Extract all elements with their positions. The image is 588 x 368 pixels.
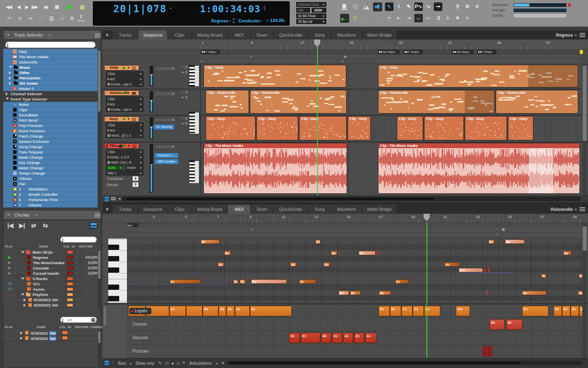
track-name-bar[interactable]: Viola♪▶● <box>104 65 139 70</box>
rect-select-tool[interactable]: ▭ <box>424 14 433 22</box>
clip[interactable]: Clip - Harp <box>348 116 371 140</box>
zoom-in-icon[interactable] <box>185 71 188 73</box>
track-selector-item[interactable]: ♯Poly Pressure <box>3 123 98 128</box>
midi-note[interactable]: B1 <box>505 239 525 244</box>
sequence-selector-dropdown-icon[interactable] <box>575 35 577 36</box>
track-selector-item[interactable]: Percussion <box>3 75 98 81</box>
counter-readout[interactable]: 20|1|078 <box>102 3 167 15</box>
marker-zoom-icon[interactable]: ▲ <box>181 70 184 73</box>
track-effect-select[interactable] <box>155 92 176 96</box>
clip[interactable]: Clip - Harp <box>508 116 533 140</box>
articulation-note[interactable]: C1 <box>401 306 413 316</box>
track-selector-item[interactable]: 5Portamento Time <box>3 197 98 202</box>
midi-note-tick[interactable] <box>484 268 485 272</box>
lane-mode-dropdown-icon[interactable] <box>216 363 218 365</box>
play-enable-icon[interactable]: ▶ <box>123 117 126 121</box>
midi-note[interactable]: D1 <box>379 291 391 295</box>
clock-select[interactable]: Internal Clock <box>296 2 326 7</box>
articulation-note[interactable]: E1 <box>235 306 250 316</box>
track-piano-strip[interactable] <box>189 160 199 184</box>
articulation-note[interactable]: B1 <box>203 306 219 316</box>
track-selector-item[interactable]: Other <box>3 70 98 75</box>
track-fader[interactable] <box>150 66 153 86</box>
clip[interactable]: Clip - Harp <box>397 116 423 140</box>
trim-start-tool[interactable]: ⇤ <box>395 14 403 22</box>
play-enable-icon[interactable]: ▶ <box>123 91 126 95</box>
articulation-filter-icon[interactable]: ✦ <box>182 361 186 365</box>
insert-select[interactable]: Insert <box>125 165 144 170</box>
zoom-in-icon[interactable] <box>185 66 188 68</box>
articulation-note[interactable]: A1 <box>343 333 353 343</box>
sequence-dropdown-icon[interactable] <box>228 20 231 22</box>
articulation-note[interactable]: B1 <box>321 333 331 343</box>
midi-note[interactable]: A1 <box>331 251 337 255</box>
scroll-left-icon[interactable]: ◀ <box>221 361 224 365</box>
chevron-right-icon[interactable] <box>24 304 26 307</box>
track-fader[interactable] <box>150 91 153 112</box>
articulation-note[interactable]: E1 <box>390 306 401 316</box>
pizzicato-tick[interactable] <box>491 346 492 357</box>
zoom-in-icon[interactable] <box>185 96 188 99</box>
conductor-label[interactable]: Conductor <box>238 19 260 23</box>
track-menu-icon[interactable] <box>132 118 136 121</box>
pointer-tool[interactable]: ↖ <box>385 2 393 11</box>
midi-note[interactable]: G1 <box>218 262 224 267</box>
track-selector-item[interactable]: System Exclusive <box>3 139 98 144</box>
insert-effect-chip[interactable]: ParaEQ 2-... <box>155 153 178 158</box>
articulation-note[interactable]: B1 <box>506 319 522 330</box>
articulation-note[interactable]: D2 <box>553 306 562 316</box>
chunk-row[interactable]: ▶The Moon/Awake-1|1|00 <box>3 260 98 265</box>
chunk-row[interactable]: VI's <box>3 281 98 287</box>
menu-icon[interactable] <box>95 33 101 37</box>
midi-note[interactable]: E1 <box>395 279 409 284</box>
clip[interactable]: Clip - Harp <box>256 116 298 140</box>
midi-note[interactable]: G1 <box>444 262 460 267</box>
track-selector-item[interactable]: The Moon Awake <box>3 54 98 59</box>
articulation-note[interactable]: A1 <box>226 306 235 316</box>
tab-sequence[interactable]: Sequence <box>138 205 168 214</box>
black-key[interactable] <box>108 296 119 301</box>
clip[interactable]: Clip - The Moon Awake <box>378 143 580 194</box>
clip[interactable]: Clip - Viola <box>203 65 346 88</box>
panel-title-dropdown-icon[interactable] <box>48 35 51 36</box>
color-chip[interactable] <box>67 287 73 291</box>
stop-button[interactable]: ■ <box>52 2 61 11</box>
chevron-down-icon[interactable] <box>21 278 24 280</box>
chevron-right-icon[interactable] <box>24 298 26 302</box>
keysig-marker[interactable]: F Major <box>201 50 220 54</box>
track-name-bar[interactable]: Violoncello♪▶● <box>104 90 139 96</box>
tab-song[interactable]: Song <box>308 31 331 39</box>
panel-title[interactable]: Track Selector <box>14 33 43 37</box>
track-selector-item[interactable]: ♪Notes <box>3 102 98 107</box>
track-io-select[interactable]: O Work...t[]-1-2 <box>106 133 144 138</box>
skip-to-end-button[interactable]: ▶| <box>19 222 25 228</box>
pointer-filter-icon[interactable]: ↖ <box>159 361 162 365</box>
menu-icon[interactable] <box>579 207 585 211</box>
track-selector-item[interactable]: fMaster-1 <box>3 86 98 91</box>
tab-midi[interactable]: MIDI <box>228 205 251 214</box>
triangle-filter-icon[interactable]: ▲ <box>171 361 175 365</box>
chevron-right-icon[interactable] <box>9 82 11 85</box>
midi-track-selector-dropdown-icon[interactable] <box>575 209 577 210</box>
sequence-name[interactable]: Regress <box>211 19 228 23</box>
auto-rewind-button[interactable]: ↓↑ <box>58 15 67 23</box>
chevron-right-icon[interactable] <box>20 337 22 340</box>
clock-select-dropdown-icon[interactable] <box>322 4 325 6</box>
track-io-select[interactable]: O Konta...ngs-4 <box>106 107 144 112</box>
keysig-marker[interactable]: Ab Major <box>378 50 400 54</box>
clip[interactable]: Clip - Harp <box>465 116 507 140</box>
track-selector-item[interactable]: ∿Pitch Bend <box>3 118 98 123</box>
articulation-note[interactable]: B1 <box>490 319 505 330</box>
articulation-name[interactable]: Tremolo <box>132 322 147 326</box>
tempo-display[interactable]: ♩ = 134.00 <box>260 18 284 23</box>
track-io-select[interactable]: I any <box>106 77 144 81</box>
smpte-spinner[interactable]: ▲▼ <box>263 5 266 11</box>
step-forward-button[interactable]: ▶ <box>22 2 31 11</box>
tab-quickscribe[interactable]: QuickScribe <box>273 205 308 214</box>
pause-button[interactable]: ▮▮ <box>77 2 86 11</box>
clip[interactable]: Clip - Harp <box>299 116 347 140</box>
menu-icon[interactable] <box>95 213 101 217</box>
clock-icon[interactable] <box>8 287 11 291</box>
skip-to-start-button[interactable]: |◀ <box>7 222 13 228</box>
transpose-value[interactable]: 0 <box>133 176 138 181</box>
